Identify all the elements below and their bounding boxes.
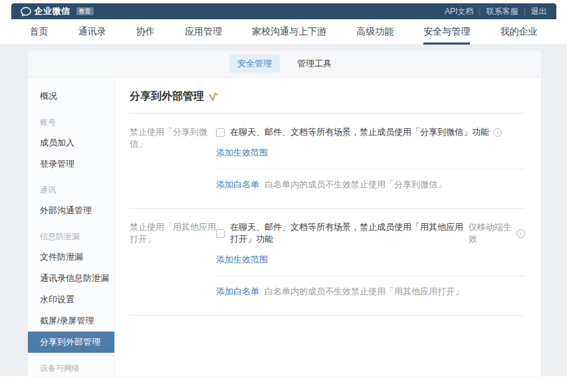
page-title-text: 分享到外部管理 <box>130 90 204 104</box>
sidebar-item[interactable]: 登录管理 <box>28 153 114 175</box>
top-links: API文档|联系客服|退出 <box>445 6 547 17</box>
page-body: 安全管理管理工具 概况账号成员加入登录管理通讯外部沟通管理信息防泄漏文件防泄漏通… <box>0 45 567 376</box>
whitelist-divider <box>216 169 525 169</box>
top-bar-wrapper: 企业微信 教育 API文档|联系客服|退出 <box>11 0 556 19</box>
top-bar: 企业微信 教育 API文档|联系客服|退出 <box>11 3 556 19</box>
whitelist-divider <box>216 276 525 276</box>
section-row: 禁止使用「用其他应用打开」在聊天、邮件、文档等所有场景，禁止成员使用「用其他应用… <box>130 221 525 298</box>
main-content: 分享到外部管理 禁止使用「分享到微信」在聊天、邮件、文档等所有场景，禁止成员使用… <box>115 78 541 376</box>
sidebar-item[interactable]: 分享到外部管理 <box>28 332 114 353</box>
nav-item[interactable]: 首页 <box>30 19 49 45</box>
section-content: 在聊天、邮件、文档等所有场景，禁止成员使用「分享到微信」功能i添加生效范围添加白… <box>216 126 525 191</box>
whitelist-row: 添加白名单白名单内的成员不生效禁止使用「分享到微信」 <box>216 179 525 191</box>
logo-edition-badge: 教育 <box>76 7 94 15</box>
wecom-bubble-icon <box>21 7 31 17</box>
section-content: 在聊天、邮件、文档等所有场景，禁止成员使用「用其他应用打开」功能仅移动端生效i添… <box>216 221 525 298</box>
sidebar-item[interactable]: 通讯录信息防泄漏 <box>28 268 114 289</box>
sidebar-item[interactable]: 概况 <box>28 86 114 107</box>
nav-item[interactable]: 我的企业 <box>500 19 537 45</box>
top-link-separator: | <box>479 7 481 16</box>
checkbox-label: 在聊天、邮件、文档等所有场景，禁止成员使用「用其他应用打开」功能 <box>230 221 465 245</box>
premium-feature-icon <box>209 92 219 102</box>
page-title: 分享到外部管理 <box>130 87 525 105</box>
logo-text: 企业微信 <box>35 5 70 17</box>
checkbox[interactable] <box>216 128 225 137</box>
nav-item[interactable]: 家校沟通与上下游 <box>252 19 326 45</box>
checkbox-row: 在聊天、邮件、文档等所有场景，禁止成员使用「用其他应用打开」功能仅移动端生效i <box>216 221 525 245</box>
sidebar-group-header: 信息防泄漏 <box>28 227 114 246</box>
add-scope-link[interactable]: 添加生效范围 <box>216 254 268 266</box>
sub-tabs: 安全管理管理工具 <box>28 50 541 78</box>
card-body: 概况账号成员加入登录管理通讯外部沟通管理信息防泄漏文件防泄漏通讯录信息防泄漏水印… <box>28 78 541 376</box>
sidebar-item[interactable]: 水印设置 <box>28 289 114 310</box>
sidebar-group-header: 设备与网络 <box>28 359 114 376</box>
top-link-separator: | <box>523 7 525 16</box>
info-icon[interactable]: i <box>516 229 525 238</box>
nav-item[interactable]: 高级功能 <box>356 19 394 45</box>
sidebar-item[interactable]: 文件防泄漏 <box>28 246 114 268</box>
checkbox-note: 仅移动端生效 <box>469 221 512 245</box>
top-link-2[interactable]: 联系客服 <box>486 6 518 17</box>
nav-item[interactable]: 通讯录 <box>78 19 106 45</box>
section-label: 禁止使用「分享到微信」 <box>130 126 216 191</box>
add-whitelist-link[interactable]: 添加白名单 <box>216 286 259 296</box>
add-whitelist-link[interactable]: 添加白名单 <box>216 179 259 189</box>
tab[interactable]: 管理工具 <box>289 54 340 73</box>
section-label: 禁止使用「用其他应用打开」 <box>130 221 216 298</box>
settings-sidebar: 概况账号成员加入登录管理通讯外部沟通管理信息防泄漏文件防泄漏通讯录信息防泄漏水印… <box>28 78 115 376</box>
settings-section: 禁止使用「用其他应用打开」在聊天、邮件、文档等所有场景，禁止成员使用「用其他应用… <box>130 209 525 316</box>
section-row: 禁止使用「分享到微信」在聊天、邮件、文档等所有场景，禁止成员使用「分享到微信」功… <box>130 126 525 191</box>
tab[interactable]: 安全管理 <box>229 54 280 73</box>
nav-item[interactable]: 协作 <box>136 19 155 45</box>
main-nav: 首页通讯录协作应用管理家校沟通与上下游高级功能安全与管理我的企业 <box>11 19 556 45</box>
settings-sections: 禁止使用「分享到微信」在聊天、邮件、文档等所有场景，禁止成员使用「分享到微信」功… <box>130 114 525 316</box>
sidebar-group-header: 通讯 <box>28 181 114 200</box>
wecom-logo[interactable]: 企业微信 教育 <box>21 5 94 17</box>
sidebar-item[interactable]: 外部沟通管理 <box>28 200 114 221</box>
nav-item[interactable]: 应用管理 <box>185 19 222 45</box>
section-divider <box>130 315 525 316</box>
checkbox-row: 在聊天、邮件、文档等所有场景，禁止成员使用「分享到微信」功能i <box>216 126 525 138</box>
whitelist-note: 白名单内的成员不生效禁止使用「用其他应用打开」 <box>265 286 463 296</box>
sidebar-group-header: 账号 <box>28 113 114 132</box>
whitelist-note: 白名单内的成员不生效禁止使用「分享到微信」 <box>265 179 446 189</box>
sidebar-item[interactable]: 截屏/录屏管理 <box>28 310 114 332</box>
nav-item[interactable]: 安全与管理 <box>423 19 470 45</box>
whitelist-row: 添加白名单白名单内的成员不生效禁止使用「用其他应用打开」 <box>216 286 525 298</box>
sidebar-item[interactable]: 成员加入 <box>28 132 114 153</box>
info-icon[interactable]: i <box>493 128 502 137</box>
add-scope-link[interactable]: 添加生效范围 <box>216 147 268 159</box>
checkbox[interactable] <box>216 229 225 238</box>
top-link-3[interactable]: 退出 <box>531 6 547 17</box>
settings-section: 禁止使用「分享到微信」在聊天、邮件、文档等所有场景，禁止成员使用「分享到微信」功… <box>130 114 525 209</box>
content-card: 安全管理管理工具 概况账号成员加入登录管理通讯外部沟通管理信息防泄漏文件防泄漏通… <box>28 50 541 376</box>
checkbox-label: 在聊天、邮件、文档等所有场景，禁止成员使用「分享到微信」功能 <box>230 126 489 138</box>
top-link-1[interactable]: API文档 <box>445 6 473 17</box>
